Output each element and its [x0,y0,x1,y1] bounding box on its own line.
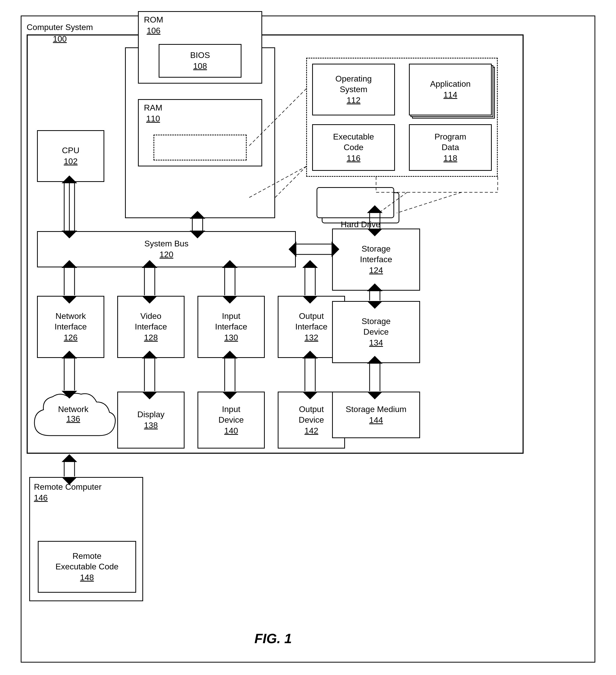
ram-box: RAM110 [138,99,262,166]
rom-label: ROM106 [144,14,163,36]
os-app-outer-box: OperatingSystem 112 Application 114 Exec… [306,58,498,177]
id-num: 140 [224,426,238,436]
figure-label: FIG. 1 [254,631,292,646]
page: CPU Computer System100 CPU 102 System Me… [0,0,616,675]
ii-num: 130 [224,332,238,343]
program-data-box: ProgramData 118 [409,124,492,171]
smed-num: 144 [369,415,383,426]
network-interface-box: NetworkInterface 126 [37,296,104,358]
pd-label: ProgramData [435,132,466,153]
rom-box: ROM106 BIOS 108 [138,11,262,84]
cpu-box: CPU 102 [37,130,104,182]
rc-label: Remote Computer146 [34,482,101,503]
id-label: InputDevice [219,404,244,426]
os-box: OperatingSystem 112 [312,64,395,116]
rec-num: 148 [80,572,94,583]
od-num: 142 [304,426,318,436]
bios-num: 108 [193,61,207,72]
bios-box: BIOS 108 [159,44,241,78]
sd-num: 134 [369,338,383,348]
sb-label: System Bus [144,238,189,249]
storage-device-box: StorageDevice 134 [332,301,420,363]
network-area: Network136 [29,389,117,461]
network-label: Network136 [29,404,117,424]
hd-box-front [317,187,394,218]
system-bus-box: System Bus 120 [37,231,296,268]
ni-num: 126 [64,332,77,343]
diagram-container: CPU Computer System100 CPU 102 System Me… [21,15,595,663]
sd-label: StorageDevice [362,316,391,338]
ram-content-box [153,135,247,160]
remote-computer-box: Remote Computer146 RemoteExecutable Code… [29,477,143,601]
oi-num: 132 [304,332,318,343]
app-num: 114 [443,89,457,100]
display-label: Display [138,409,165,420]
app-box-front: Application 114 [409,64,492,116]
cpu-num: 102 [64,156,77,167]
cpu-label: CPU [62,145,79,156]
input-device-box: InputDevice 140 [198,392,265,449]
exec-num: 116 [346,153,360,164]
smed-label: Storage Medium [346,404,407,415]
display-num: 138 [144,420,158,431]
oi-label: OutputInterface [295,311,328,332]
application-stack: Application 114 [409,64,492,116]
vi-num: 128 [144,332,158,343]
pd-num: 118 [443,153,457,164]
si-label: StorageInterface [360,243,392,265]
video-interface-box: VideoInterface 128 [117,296,184,358]
display-box: Display 138 [117,392,184,449]
input-interface-box: InputInterface 130 [198,296,265,358]
rec-label: RemoteExecutable Code [55,551,119,572]
storage-medium-box: Storage Medium 144 [332,392,420,438]
ram-label: RAM110 [144,102,162,124]
app-label: Application [430,79,471,89]
exec-code-box: ExecutableCode 116 [312,124,395,171]
exec-label: ExecutableCode [333,132,374,153]
si-num: 124 [369,265,383,276]
ni-label: NetworkInterface [55,311,87,332]
os-label: OperatingSystem [335,74,372,95]
os-num: 112 [346,95,360,106]
sb-num: 120 [159,249,173,260]
bios-label: BIOS [190,50,210,61]
ii-label: InputInterface [215,311,247,332]
od-label: OutputDevice [299,404,324,426]
rec-box: RemoteExecutable Code 148 [38,541,136,593]
storage-interface-box: StorageInterface 124 [332,229,420,291]
vi-label: VideoInterface [135,311,167,332]
system-memory-box: System Memory104 ROM106 BIOS 108 RAM110 [125,47,275,218]
